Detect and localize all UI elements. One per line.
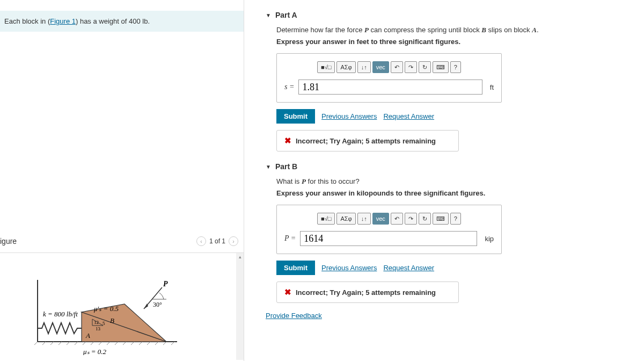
- figure-scrollbar[interactable]: ▴: [236, 253, 244, 360]
- submit-button[interactable]: Submit: [276, 261, 315, 275]
- part-b-header[interactable]: ▼ Part B: [244, 151, 644, 177]
- caret-down-icon: ▼: [266, 164, 271, 170]
- unit-label: ft: [490, 83, 494, 91]
- figure-next-button[interactable]: ›: [229, 236, 238, 246]
- feedback-message: ✖ Incorrect; Try Again; 5 attempts remai…: [276, 130, 459, 151]
- reset-button[interactable]: ↻: [419, 61, 431, 73]
- svg-text:A: A: [85, 331, 90, 340]
- vector-button[interactable]: vec: [372, 61, 389, 73]
- svg-text:μₛ = 0.2: μₛ = 0.2: [83, 348, 107, 355]
- subscript-button[interactable]: ↓↑: [357, 213, 371, 225]
- variable-prefix: s =: [284, 83, 294, 91]
- svg-text:μ′ₛ = 0.5: μ′ₛ = 0.5: [93, 305, 119, 313]
- vector-button[interactable]: vec: [372, 213, 389, 225]
- unit-label: kip: [485, 235, 494, 243]
- help-button[interactable]: ?: [450, 61, 461, 73]
- undo-button[interactable]: ↶: [391, 61, 403, 73]
- answer-input[interactable]: [300, 231, 477, 246]
- undo-button[interactable]: ↶: [391, 213, 403, 225]
- svg-text:12: 12: [94, 320, 99, 325]
- question-text: Determine how far the force P can compre…: [276, 26, 644, 34]
- question-text: What is P for this to occur?: [276, 177, 644, 186]
- greek-button[interactable]: ΑΣφ: [336, 61, 355, 73]
- feedback-message: ✖ Incorrect; Try Again; 5 attempts remai…: [276, 281, 459, 303]
- figure-link[interactable]: Figure 1: [50, 17, 76, 25]
- answer-instruction: Express your answer in kilopounds to thr…: [276, 189, 644, 197]
- figure-nav: ‹ 1 of 1 ›: [196, 236, 238, 246]
- redo-button[interactable]: ↷: [405, 61, 417, 73]
- answer-input[interactable]: [298, 80, 482, 95]
- help-button[interactable]: ?: [450, 213, 461, 225]
- caret-down-icon: ▼: [266, 12, 271, 18]
- incorrect-icon: ✖: [284, 287, 291, 297]
- answer-instruction: Express your answer in feet to three sig…: [276, 38, 644, 46]
- figure-panel: ▴: [0, 252, 244, 360]
- svg-text:30°: 30°: [153, 301, 162, 308]
- redo-button[interactable]: ↷: [405, 213, 417, 225]
- part-title: Part A: [275, 11, 297, 19]
- problem-statement: Each block in (Figure 1) has a weight of…: [0, 11, 244, 32]
- request-answer-link[interactable]: Request Answer: [383, 112, 434, 120]
- svg-text:B: B: [110, 316, 114, 324]
- svg-text:13: 13: [96, 326, 101, 331]
- incorrect-icon: ✖: [284, 136, 291, 146]
- figure-section-label: igure: [0, 237, 17, 246]
- svg-text:k = 800 lb/ft: k = 800 lb/ft: [43, 310, 78, 318]
- keyboard-button[interactable]: ⌨: [433, 213, 449, 225]
- request-answer-link[interactable]: Request Answer: [383, 264, 434, 272]
- submit-button[interactable]: Submit: [276, 109, 315, 124]
- scroll-up-icon[interactable]: ▴: [236, 253, 244, 261]
- part-title: Part B: [275, 162, 297, 171]
- part-a-header[interactable]: ▼ Part A: [244, 0, 644, 26]
- keyboard-button[interactable]: ⌨: [433, 61, 449, 73]
- templates-button[interactable]: ■√□: [317, 61, 335, 73]
- figure-diagram: k = 800 lb/ft μ′ₛ = 0.5 μₛ = 0.2 P 30° A…: [32, 269, 182, 355]
- previous-answers-link[interactable]: Previous Answers: [321, 264, 377, 272]
- greek-button[interactable]: ΑΣφ: [336, 213, 355, 225]
- figure-counter: 1 of 1: [209, 237, 225, 245]
- answer-box: ■√□ ΑΣφ ↓↑ vec ↶ ↷ ↻ ⌨ ? s = ft: [276, 53, 502, 103]
- templates-button[interactable]: ■√□: [317, 213, 335, 225]
- previous-answers-link[interactable]: Previous Answers: [321, 112, 377, 120]
- subscript-button[interactable]: ↓↑: [357, 61, 371, 73]
- figure-prev-button[interactable]: ‹: [196, 236, 206, 246]
- reset-button[interactable]: ↻: [419, 213, 431, 225]
- variable-prefix: P =: [284, 234, 296, 243]
- svg-text:5: 5: [103, 321, 105, 326]
- provide-feedback-link[interactable]: Provide Feedback: [266, 312, 322, 320]
- svg-text:P: P: [163, 280, 168, 288]
- svg-line-2: [34, 342, 38, 345]
- answer-box: ■√□ ΑΣφ ↓↑ vec ↶ ↷ ↻ ⌨ ? P = kip: [276, 205, 502, 254]
